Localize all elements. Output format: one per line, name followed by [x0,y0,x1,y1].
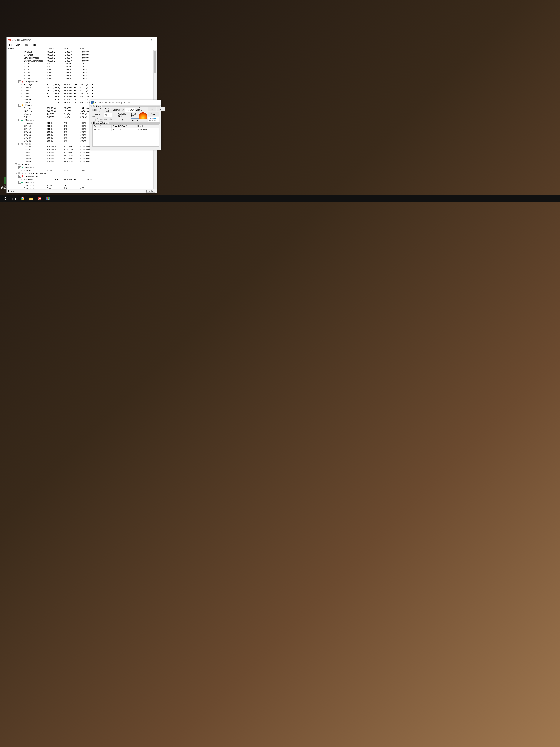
sensor-row[interactable]: ┈ LLC/Ring Offset+0.000 V+0.000 V+0.000 … [7,56,157,59]
sensor-row[interactable]: ┈ Core #34700 MHz3800 MHz5100 MHz [7,154,157,157]
sensor-name: VID #3 [23,72,46,74]
linpack-listview[interactable]: Time (s) Speed (GFlops) Results 215.120 … [92,124,159,147]
about-button[interactable]: About [148,112,159,116]
sensor-row[interactable]: ┈ Package93 °C (199 °F)39 °C (102 °F)96 … [7,83,157,86]
drive-icon [18,163,20,165]
taskbar-search-icon[interactable] [2,195,9,203]
stress-level-select[interactable]: Maximum [111,108,124,112]
tree-expander[interactable]: − [18,175,21,178]
tree-expander[interactable]: − [18,80,21,83]
ibt-titlebar[interactable]: IntelBurnTest v2.54 - by AgentGOD [Burni… [90,100,161,106]
sensor-row[interactable]: ┈ VID #21.269 V1.195 V1.294 V [7,68,157,71]
sensor-row[interactable]: ┈ Core #186 °C (186 °F)37 °C (98 °F)87 °… [7,89,157,92]
col-results[interactable]: Results [136,125,159,128]
sensor-row[interactable]: −Utilization [7,181,157,184]
ibt-close-button[interactable]: ✕ [152,100,160,105]
sensor-v: 100 % [46,131,62,133]
sensor-row[interactable]: −Temperatures [7,175,157,178]
sensor-row[interactable]: ┈ Core #293 °C (199 °F)37 °C (98 °F)96 °… [7,92,157,95]
svg-rect-46 [48,199,49,200]
taskbar-taskview-icon[interactable] [10,195,18,203]
sensor-max: 5101 MHz [79,160,96,163]
sensor-row[interactable]: −Sabrent [7,163,157,166]
sensor-row[interactable]: ┈ GT Offset+0.000 V+0.000 V+0.000 V [7,53,157,56]
sensor-row[interactable]: ┈ Assembly32 °C (89 °F)32 °C (89 °F)32 °… [7,178,157,181]
col-sensor[interactable]: Sensor [7,47,48,50]
paypal-donate-button[interactable]: PayPal DONATE [148,117,159,122]
sensor-name: Utilization [24,181,46,183]
tree-expander[interactable]: − [18,166,21,169]
sensor-row[interactable]: ┈ System Agent Offset+0.000 V+0.000 V+0.… [7,59,157,62]
sensor-name: GT Offset [23,54,46,56]
tree-expander[interactable]: − [15,172,18,175]
sensor-row[interactable]: ┈ Core #44700 MHz800 MHz5101 MHz [7,157,157,160]
output-log-checkbox[interactable] [93,119,96,122]
menu-view[interactable]: View [15,43,22,46]
taskbar-chrome-icon[interactable] [19,195,26,203]
scrollbar-thumb[interactable] [154,51,156,73]
temp-icon [21,175,24,178]
col-time[interactable]: Time (s) [92,125,112,128]
sensor-row[interactable]: ┈ IA Offset+0.000 V+0.000 V+0.000 V [7,50,157,53]
maximize-button[interactable]: ☐ [138,37,147,43]
sensor-row[interactable]: ┈ Space (g:)0 %0 %0 % [7,187,157,189]
sensor-row[interactable]: ┈ Space (d:)71 %71 %71 % [7,184,157,187]
tree-expander[interactable]: − [18,181,21,184]
menu-file[interactable]: File [8,43,14,46]
sensor-name: System Agent Offset [23,60,46,62]
col-value[interactable]: Value [48,47,63,50]
tree-expander[interactable]: − [18,119,21,121]
sensor-row[interactable]: ┈ VID #31.274 V1.195 V1.294 V [7,71,157,74]
taskbar-intelburntest-icon[interactable] [45,195,52,203]
tree-expander[interactable]: − [15,163,18,166]
sensor-row[interactable]: ┈ VID #41.274 V1.195 V1.294 V [7,74,157,77]
sensor-row[interactable]: ┈ Core #386 °C (186 °F)36 °C (96 °F)88 °… [7,95,157,98]
svg-rect-44 [48,198,49,199]
sensor-row[interactable]: ┈ VID #01.269 V1.195 V1.294 V [7,62,157,65]
list-row[interactable]: 215.120 163.5050 3.528804e-002 [92,128,159,131]
menu-help[interactable]: Help [30,43,37,46]
threads-select[interactable]: All [131,119,139,122]
sensor-row[interactable]: ┈ VID #11.269 V1.195 V1.294 V [7,65,157,68]
hwmonitor-titlebar[interactable]: CPUID HWMonitor — ☐ ✕ [7,37,157,43]
sensor-v: 3.96 W [46,116,62,118]
sensor-min: 0 % [62,134,79,136]
sensor-name: Utilization [24,166,46,169]
sensor-max: 1.294 V [79,69,96,71]
sensor-row[interactable]: ┈ Core #085 °C (185 °F)37 °C (98 °F)87 °… [7,86,157,89]
sensor-max: 5101 MHz [79,152,96,154]
hwmonitor-title: CPUID HWMonitor [12,39,130,41]
taskbar-hwmonitor-icon[interactable] [36,195,43,203]
sensor-row[interactable]: −Utilization [7,166,157,169]
start-button[interactable]: Start [148,107,156,111]
settings-legend: Settings [92,105,102,107]
minimize-button[interactable]: — [130,37,138,43]
times-input[interactable] [104,113,112,117]
sensor-min: 0 % [62,131,79,133]
tree-expander[interactable]: − [18,143,21,145]
ibt-maximize-button[interactable]: ☐ [143,100,152,105]
svg-point-34 [4,198,6,200]
sensor-row[interactable]: ┈ Core #54700 MHz4695 MHz5101 MHz [7,160,157,163]
svg-rect-5 [23,119,23,121]
col-min[interactable]: Min [63,47,79,50]
sensor-min: 2 % [62,122,79,124]
sensor-row[interactable]: ┈ VID #51.274 V1.195 V1.294 V [7,77,157,80]
linpack-legend: Linpack Output [92,122,109,124]
stop-button[interactable]: Stop [157,107,165,111]
sensor-row[interactable]: ┈ Space (c:)23 %23 %23 % [7,169,157,172]
menu-tools[interactable]: Tools [22,43,30,46]
close-button[interactable]: ✕ [147,37,156,43]
sensor-row[interactable]: −Temperatures [7,80,157,83]
sensor-row[interactable]: −WDC WD10EZEX-08M2NA0 [7,172,157,175]
memory-input[interactable] [125,108,135,112]
sensor-row[interactable]: ┈ Core #24700 MHz800 MHz5101 MHz [7,151,157,154]
sensor-min: 34 °C (93 °F) [62,101,79,103]
svg-rect-37 [14,198,16,200]
ibt-minimize-button[interactable]: — [135,100,143,105]
taskbar-explorer-icon[interactable] [27,195,35,203]
flame-icon [139,111,147,120]
col-speed[interactable]: Speed (GFlops) [112,125,136,128]
tree-expander[interactable]: − [18,104,21,106]
col-max[interactable]: Max [79,47,94,50]
